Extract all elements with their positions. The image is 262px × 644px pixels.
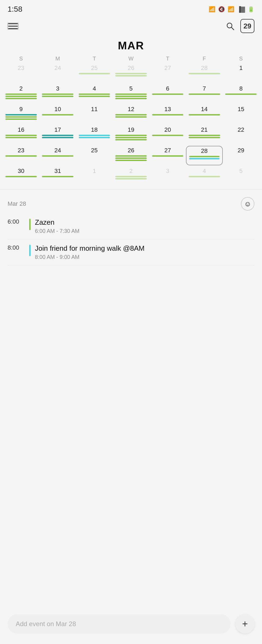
calendar-cell[interactable]: 2 bbox=[3, 84, 39, 104]
calendar-cell[interactable]: 19 bbox=[113, 125, 149, 145]
event-bar bbox=[5, 94, 37, 95]
calendar-cell[interactable]: 16 bbox=[3, 125, 39, 145]
calendar-cell[interactable]: 17 bbox=[39, 125, 76, 145]
calendar-cell[interactable]: 25 bbox=[76, 146, 113, 165]
event-bars bbox=[5, 94, 37, 99]
event-bar bbox=[42, 96, 73, 97]
cell-number: 13 bbox=[164, 106, 171, 113]
event-item[interactable]: 8:00Join friend for morning walk @8AM8:0… bbox=[8, 239, 254, 265]
section-divider bbox=[0, 189, 262, 189]
calendar-cell[interactable]: 3 bbox=[149, 166, 186, 186]
event-bar bbox=[5, 118, 37, 120]
calendar-cell[interactable]: 1 bbox=[76, 166, 113, 186]
cell-number: 1 bbox=[93, 168, 96, 175]
event-bar bbox=[115, 98, 147, 99]
calendar-cell[interactable]: 1 bbox=[223, 63, 259, 83]
calendar-cell[interactable]: 8 bbox=[223, 84, 259, 104]
events-date-header: Mar 28 ☺ bbox=[8, 192, 254, 213]
hamburger-line bbox=[8, 28, 18, 29]
cell-number: 19 bbox=[128, 126, 134, 133]
calendar-cell[interactable]: 12 bbox=[113, 105, 149, 124]
calendar-cell[interactable]: 24 bbox=[39, 63, 76, 83]
calendar-cell[interactable]: 5 bbox=[113, 84, 149, 104]
cell-number: 1 bbox=[239, 65, 243, 72]
add-event-button[interactable]: Add event on Mar 28 bbox=[8, 614, 231, 634]
calendar-cell[interactable]: 6 bbox=[149, 84, 186, 104]
event-bar bbox=[5, 155, 37, 157]
calendar-cell[interactable]: 2 bbox=[113, 166, 149, 186]
calendar-cell[interactable]: 11 bbox=[76, 105, 113, 124]
event-item[interactable]: 6:00Zazen6:00 AM - 7:30 AM bbox=[8, 213, 254, 239]
search-button[interactable] bbox=[226, 22, 234, 30]
calendar-cell[interactable]: 14 bbox=[186, 105, 222, 124]
cell-number: 6 bbox=[166, 85, 169, 92]
event-bars bbox=[5, 114, 37, 120]
calendar-cell[interactable]: 28 bbox=[186, 63, 222, 83]
bluetooth-icon: 📶 bbox=[209, 6, 215, 12]
mute-icon: 🔇 bbox=[218, 6, 225, 12]
cell-number: 28 bbox=[201, 65, 208, 72]
event-bar bbox=[42, 94, 73, 95]
event-bars bbox=[115, 114, 147, 118]
cell-number: 8 bbox=[239, 85, 243, 92]
calendar-cell[interactable]: 23 bbox=[3, 63, 39, 83]
event-details: Join friend for morning walk @8AM8:00 AM… bbox=[35, 244, 254, 260]
calendar-cell[interactable]: 25 bbox=[76, 63, 113, 83]
signal-icon: ▐▓ bbox=[237, 6, 245, 12]
calendar-cell[interactable]: 24 bbox=[39, 146, 76, 165]
emoji-button[interactable]: ☺ bbox=[241, 197, 254, 211]
calendar-cell[interactable]: 26 bbox=[113, 146, 149, 165]
event-bars bbox=[5, 155, 37, 157]
calendar-cell[interactable]: 18 bbox=[76, 125, 113, 145]
calendar-cell[interactable]: 7 bbox=[186, 84, 222, 104]
calendar-cell[interactable]: 30 bbox=[3, 166, 39, 186]
calendar-cell[interactable]: 10 bbox=[39, 105, 76, 124]
event-bar bbox=[79, 73, 110, 74]
calendar-cell[interactable]: 31 bbox=[39, 166, 76, 186]
events-date-label: Mar 28 bbox=[8, 200, 26, 207]
event-bars bbox=[115, 73, 147, 76]
event-bar bbox=[189, 114, 220, 115]
event-bar bbox=[79, 96, 110, 97]
calendar-cell[interactable]: 28 bbox=[186, 146, 222, 165]
event-bars bbox=[152, 135, 184, 136]
calendar-week-5: 23242526272829 bbox=[3, 146, 259, 165]
event-bars bbox=[5, 135, 37, 138]
calendar-cell[interactable]: 27 bbox=[149, 146, 186, 165]
calendar-cell[interactable]: 15 bbox=[223, 105, 259, 124]
menu-button[interactable] bbox=[8, 23, 18, 30]
calendar-cell[interactable]: 4 bbox=[76, 84, 113, 104]
calendar-week-6: 303112345 bbox=[3, 166, 259, 186]
event-bars bbox=[79, 73, 110, 74]
calendar-cell[interactable]: 21 bbox=[186, 125, 222, 145]
calendar-cell[interactable]: 22 bbox=[223, 125, 259, 145]
calendar-cell[interactable]: 3 bbox=[39, 84, 76, 104]
event-time: 8:00 bbox=[8, 244, 29, 251]
event-bar bbox=[115, 114, 147, 115]
event-bar bbox=[42, 176, 73, 177]
events-list: 6:00Zazen6:00 AM - 7:30 AM8:00Join frien… bbox=[8, 213, 254, 265]
calendar-cell[interactable]: 29 bbox=[223, 146, 259, 165]
event-bars bbox=[42, 94, 73, 97]
calendar-cell[interactable]: 20 bbox=[149, 125, 186, 145]
calendar-cell[interactable]: 4 bbox=[186, 166, 222, 186]
calendar-cell[interactable]: 5 bbox=[223, 166, 259, 186]
add-event-plus-button[interactable]: + bbox=[235, 614, 254, 633]
calendar-week-1: 2324252627281 bbox=[3, 63, 259, 83]
cell-number: 15 bbox=[238, 106, 244, 113]
event-bar bbox=[189, 137, 220, 138]
calendar-cell[interactable]: 27 bbox=[149, 63, 186, 83]
event-bar bbox=[115, 176, 147, 177]
calendar-cell[interactable]: 13 bbox=[149, 105, 186, 124]
event-color-bar bbox=[29, 219, 31, 230]
cell-number: 11 bbox=[91, 106, 97, 113]
date-badge[interactable]: 29 bbox=[240, 19, 254, 33]
cell-number: 31 bbox=[54, 168, 61, 175]
event-bar bbox=[5, 135, 37, 136]
calendar-cell[interactable]: 26 bbox=[113, 63, 149, 83]
calendar-cell[interactable]: 23 bbox=[3, 146, 39, 165]
toolbar: 29 bbox=[0, 16, 262, 36]
cell-number: 20 bbox=[164, 126, 171, 133]
calendar-cell[interactable]: 9 bbox=[3, 105, 39, 124]
event-bars bbox=[189, 73, 220, 74]
